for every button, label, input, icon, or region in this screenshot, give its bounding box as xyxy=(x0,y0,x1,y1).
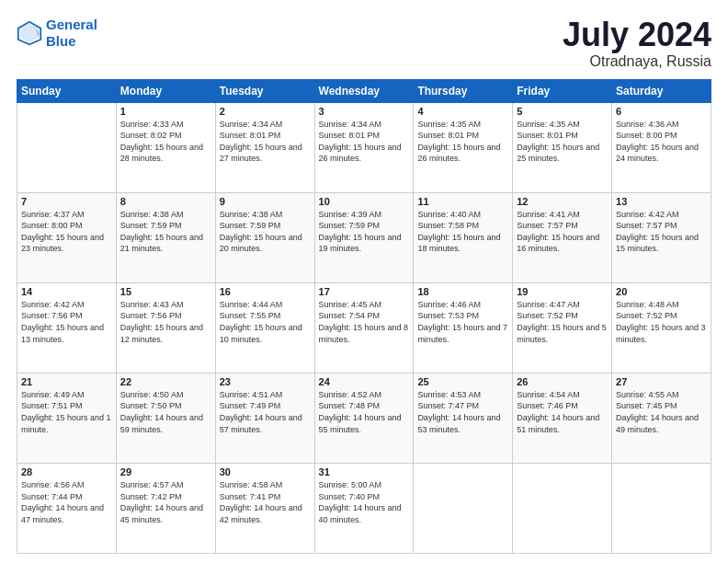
day-info: Sunrise: 4:54 AMSunset: 7:46 PMDaylight:… xyxy=(517,389,608,435)
calendar-cell: 18Sunrise: 4:46 AMSunset: 7:53 PMDayligh… xyxy=(414,282,513,373)
calendar-cell: 8Sunrise: 4:38 AMSunset: 7:59 PMDaylight… xyxy=(116,192,215,282)
calendar-cell: 17Sunrise: 4:45 AMSunset: 7:54 PMDayligh… xyxy=(314,282,414,373)
calendar-cell: 25Sunrise: 4:53 AMSunset: 7:47 PMDayligh… xyxy=(414,373,513,463)
day-info: Sunrise: 4:33 AMSunset: 8:02 PMDaylight:… xyxy=(120,119,211,165)
calendar-week-4: 21Sunrise: 4:49 AMSunset: 7:51 PMDayligh… xyxy=(17,373,711,463)
day-number: 11 xyxy=(417,196,508,207)
calendar-week-3: 14Sunrise: 4:42 AMSunset: 7:56 PMDayligh… xyxy=(17,282,711,373)
calendar-cell: 6Sunrise: 4:36 AMSunset: 8:00 PMDaylight… xyxy=(612,102,711,192)
calendar-cell: 31Sunrise: 5:00 AMSunset: 7:40 PMDayligh… xyxy=(314,463,414,553)
subtitle: Otradnaya, Russia xyxy=(563,53,711,70)
day-info: Sunrise: 4:42 AMSunset: 7:57 PMDaylight:… xyxy=(616,209,707,255)
day-info: Sunrise: 4:43 AMSunset: 7:56 PMDaylight:… xyxy=(120,299,211,345)
day-info: Sunrise: 4:36 AMSunset: 8:00 PMDaylight:… xyxy=(616,119,707,165)
calendar-cell: 28Sunrise: 4:56 AMSunset: 7:44 PMDayligh… xyxy=(17,463,117,553)
day-info: Sunrise: 4:49 AMSunset: 7:51 PMDaylight:… xyxy=(21,389,112,435)
day-info: Sunrise: 4:57 AMSunset: 7:42 PMDaylight:… xyxy=(120,479,211,525)
day-number: 14 xyxy=(21,286,112,297)
day-number: 10 xyxy=(319,196,410,207)
day-number: 1 xyxy=(120,106,211,117)
calendar-cell: 20Sunrise: 4:48 AMSunset: 7:52 PMDayligh… xyxy=(612,282,711,373)
day-number: 19 xyxy=(517,286,608,297)
calendar-cell: 24Sunrise: 4:52 AMSunset: 7:48 PMDayligh… xyxy=(314,373,414,463)
day-info: Sunrise: 4:44 AMSunset: 7:55 PMDaylight:… xyxy=(220,299,311,345)
day-number: 8 xyxy=(120,196,211,207)
calendar-week-1: 1Sunrise: 4:33 AMSunset: 8:02 PMDaylight… xyxy=(17,102,711,192)
day-number: 2 xyxy=(220,106,311,117)
day-number: 3 xyxy=(319,106,410,117)
main-title: July 2024 xyxy=(563,17,711,53)
calendar-cell xyxy=(612,463,711,553)
day-info: Sunrise: 4:38 AMSunset: 7:59 PMDaylight:… xyxy=(220,209,311,255)
day-number: 20 xyxy=(616,286,707,297)
day-info: Sunrise: 4:38 AMSunset: 7:59 PMDaylight:… xyxy=(120,209,211,255)
day-info: Sunrise: 4:58 AMSunset: 7:41 PMDaylight:… xyxy=(220,479,311,525)
day-info: Sunrise: 4:41 AMSunset: 7:57 PMDaylight:… xyxy=(517,209,608,255)
day-info: Sunrise: 4:52 AMSunset: 7:48 PMDaylight:… xyxy=(319,389,410,435)
calendar-week-2: 7Sunrise: 4:37 AMSunset: 8:00 PMDaylight… xyxy=(17,192,711,282)
logo-line2: Blue xyxy=(46,33,76,49)
day-number: 22 xyxy=(120,376,211,387)
calendar-cell: 2Sunrise: 4:34 AMSunset: 8:01 PMDaylight… xyxy=(215,102,314,192)
day-number: 15 xyxy=(120,286,211,297)
day-number: 31 xyxy=(319,466,410,477)
calendar-cell: 9Sunrise: 4:38 AMSunset: 7:59 PMDaylight… xyxy=(215,192,314,282)
logo-line1: General xyxy=(46,17,97,32)
day-info: Sunrise: 4:53 AMSunset: 7:47 PMDaylight:… xyxy=(417,389,508,435)
day-info: Sunrise: 4:50 AMSunset: 7:50 PMDaylight:… xyxy=(120,389,211,435)
logo-icon xyxy=(17,20,42,46)
calendar-table: SundayMondayTuesdayWednesdayThursdayFrid… xyxy=(17,79,711,554)
day-info: Sunrise: 4:34 AMSunset: 8:01 PMDaylight:… xyxy=(319,119,410,165)
day-info: Sunrise: 4:35 AMSunset: 8:01 PMDaylight:… xyxy=(517,119,608,165)
page: General Blue July 2024 Otradnaya, Russia… xyxy=(0,0,728,563)
day-number: 21 xyxy=(21,376,112,387)
day-info: Sunrise: 4:45 AMSunset: 7:54 PMDaylight:… xyxy=(319,299,410,345)
day-number: 18 xyxy=(417,286,508,297)
calendar-cell: 16Sunrise: 4:44 AMSunset: 7:55 PMDayligh… xyxy=(215,282,314,373)
title-block: July 2024 Otradnaya, Russia xyxy=(563,17,711,70)
day-number: 29 xyxy=(120,466,211,477)
day-number: 23 xyxy=(220,376,311,387)
calendar-cell: 26Sunrise: 4:54 AMSunset: 7:46 PMDayligh… xyxy=(513,373,612,463)
day-number: 24 xyxy=(319,376,410,387)
calendar-cell: 22Sunrise: 4:50 AMSunset: 7:50 PMDayligh… xyxy=(116,373,215,463)
col-header-wednesday: Wednesday xyxy=(314,79,414,102)
calendar-cell: 29Sunrise: 4:57 AMSunset: 7:42 PMDayligh… xyxy=(116,463,215,553)
calendar-cell: 3Sunrise: 4:34 AMSunset: 8:01 PMDaylight… xyxy=(314,102,414,192)
day-number: 4 xyxy=(417,106,508,117)
day-number: 13 xyxy=(616,196,707,207)
day-number: 7 xyxy=(21,196,112,207)
calendar-cell: 1Sunrise: 4:33 AMSunset: 8:02 PMDaylight… xyxy=(116,102,215,192)
day-info: Sunrise: 4:39 AMSunset: 7:59 PMDaylight:… xyxy=(319,209,410,255)
header: General Blue July 2024 Otradnaya, Russia xyxy=(17,17,711,70)
day-info: Sunrise: 4:48 AMSunset: 7:52 PMDaylight:… xyxy=(616,299,707,345)
col-header-saturday: Saturday xyxy=(612,79,711,102)
calendar-header-row: SundayMondayTuesdayWednesdayThursdayFrid… xyxy=(17,79,711,102)
calendar-cell: 10Sunrise: 4:39 AMSunset: 7:59 PMDayligh… xyxy=(314,192,414,282)
day-info: Sunrise: 4:37 AMSunset: 8:00 PMDaylight:… xyxy=(21,209,112,255)
day-info: Sunrise: 4:55 AMSunset: 7:45 PMDaylight:… xyxy=(616,389,707,435)
calendar-cell: 27Sunrise: 4:55 AMSunset: 7:45 PMDayligh… xyxy=(612,373,711,463)
calendar-cell: 21Sunrise: 4:49 AMSunset: 7:51 PMDayligh… xyxy=(17,373,117,463)
day-number: 12 xyxy=(517,196,608,207)
calendar-cell: 13Sunrise: 4:42 AMSunset: 7:57 PMDayligh… xyxy=(612,192,711,282)
day-number: 5 xyxy=(517,106,608,117)
day-number: 9 xyxy=(220,196,311,207)
day-info: Sunrise: 4:40 AMSunset: 7:58 PMDaylight:… xyxy=(417,209,508,255)
day-number: 6 xyxy=(616,106,707,117)
col-header-tuesday: Tuesday xyxy=(215,79,314,102)
day-info: Sunrise: 4:46 AMSunset: 7:53 PMDaylight:… xyxy=(417,299,508,345)
logo: General Blue xyxy=(17,17,97,50)
calendar-cell: 23Sunrise: 4:51 AMSunset: 7:49 PMDayligh… xyxy=(215,373,314,463)
calendar-cell xyxy=(17,102,117,192)
day-info: Sunrise: 4:35 AMSunset: 8:01 PMDaylight:… xyxy=(417,119,508,165)
calendar-cell: 11Sunrise: 4:40 AMSunset: 7:58 PMDayligh… xyxy=(414,192,513,282)
calendar-week-5: 28Sunrise: 4:56 AMSunset: 7:44 PMDayligh… xyxy=(17,463,711,553)
logo-text: General Blue xyxy=(46,17,97,50)
calendar-cell: 14Sunrise: 4:42 AMSunset: 7:56 PMDayligh… xyxy=(17,282,117,373)
col-header-friday: Friday xyxy=(513,79,612,102)
calendar-cell: 5Sunrise: 4:35 AMSunset: 8:01 PMDaylight… xyxy=(513,102,612,192)
day-number: 26 xyxy=(517,376,608,387)
day-info: Sunrise: 5:00 AMSunset: 7:40 PMDaylight:… xyxy=(319,479,410,525)
calendar-cell: 12Sunrise: 4:41 AMSunset: 7:57 PMDayligh… xyxy=(513,192,612,282)
